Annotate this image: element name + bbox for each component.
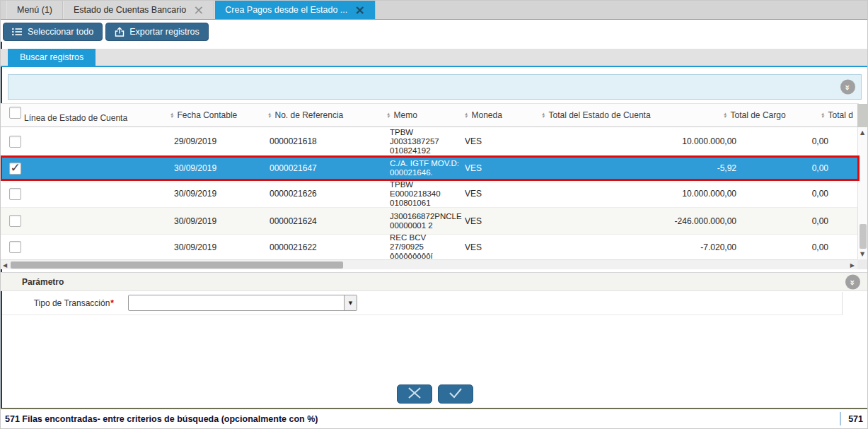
cell-memo: J300166872PNCLE 00000001 2 <box>390 208 463 234</box>
cell-fecha-contable: 29/09/2019 <box>174 127 241 155</box>
sort-icon[interactable]: ▴▾ <box>387 112 390 119</box>
export-records-label: Exportar registros <box>129 27 199 37</box>
cell-total-cargo: 0,00 <box>743 180 828 207</box>
cell-moneda: VES <box>465 127 504 155</box>
tab-crea-pagos[interactable]: Crea Pagos desde el Estado ... × <box>214 1 376 19</box>
tab-estado-cuentas[interactable]: Estado de Cuentas Bancario × <box>63 1 214 19</box>
combobox-dropdown-button[interactable]: ▼ <box>344 295 357 310</box>
required-mark: * <box>110 298 114 308</box>
tab-buscar-registros[interactable]: Buscar registros <box>8 49 96 66</box>
close-icon[interactable]: × <box>354 5 365 15</box>
export-icon <box>115 27 125 37</box>
sort-icon[interactable]: ▴▾ <box>821 112 824 119</box>
search-criteria-strip[interactable]: » <box>8 74 862 100</box>
window-tab-bar: Menú (1) Estado de Cuentas Bancario × Cr… <box>1 1 867 20</box>
scrollbar-header-filler <box>857 104 867 127</box>
tab-crea-pagos-label: Crea Pagos desde el Estado ... <box>225 5 347 15</box>
cell-referencia: 0000021626 <box>270 180 347 207</box>
double-chevron-icon: » <box>848 279 857 283</box>
table-row[interactable]: 30/09/2019 0000021624 J300166872PNCLE 00… <box>1 208 859 235</box>
scroll-left-icon[interactable]: ◀ <box>3 262 7 269</box>
cell-total-estado: 10.000.000,00 <box>545 180 736 207</box>
column-header-memo[interactable]: ▴▾ Memo <box>387 104 417 127</box>
cell-fecha-contable: 30/09/2019 <box>174 156 241 180</box>
cell-total-cargo: 0,00 <box>743 156 828 180</box>
confirm-button[interactable] <box>438 384 473 404</box>
sort-icon[interactable]: ▴▾ <box>724 112 727 119</box>
column-header-total-estado[interactable]: ▴▾ Total del Estado de Cuenta <box>542 104 651 127</box>
cell-moneda: VES <box>465 235 504 259</box>
cell-total-cargo: 0,00 <box>743 127 828 155</box>
column-header-total-d[interactable]: ▴▾ Total d <box>821 104 853 127</box>
column-header-referencia[interactable]: ▴▾ No. de Referencia <box>268 104 343 127</box>
column-header-total-cargo[interactable]: ▴▾ Total de Cargo <box>724 104 786 127</box>
status-row-count: 571 <box>848 409 863 428</box>
cell-memo: TPBW E0000218340 010801061 <box>390 180 463 207</box>
tab-menu-label: Menú (1) <box>17 5 52 15</box>
cancel-button[interactable] <box>397 384 432 404</box>
panel-tab-bar: Buscar registros <box>1 49 867 67</box>
cell-memo: C./A. IGTF MOV.D: 000021646. <box>390 156 463 180</box>
cell-fecha-contable: 30/09/2019 <box>174 180 241 207</box>
horizontal-scrollbar-thumb[interactable] <box>11 261 343 269</box>
collapse-search-button[interactable]: » <box>840 80 855 95</box>
table-row[interactable]: 30/09/2019 0000021622 REC BCV 27/90925 ô… <box>1 235 859 260</box>
cell-fecha-contable: 30/09/2019 <box>174 235 241 259</box>
select-all-label: Seleccionar todo <box>28 27 93 37</box>
parametro-section-header: Parámetro » <box>1 272 867 291</box>
scrollbar-corner <box>857 259 867 269</box>
table-row-selected[interactable]: 30/09/2019 0000021647 C./A. IGTF MOV.D: … <box>1 156 859 180</box>
table-row[interactable]: 29/09/2019 0000021618 TPBW J0031387257 0… <box>1 127 859 156</box>
row-checkbox[interactable] <box>9 241 21 253</box>
cell-moneda: VES <box>465 180 504 207</box>
column-header-fecha[interactable]: ▴▾ Fecha Contable <box>170 104 237 127</box>
scroll-up-icon[interactable]: ▲ <box>860 129 864 136</box>
tab-menu[interactable]: Menú (1) <box>6 1 63 19</box>
row-checkbox[interactable] <box>9 188 21 200</box>
sort-icon[interactable]: ▴▾ <box>170 112 173 119</box>
chevron-down-icon: ▼ <box>349 300 352 306</box>
select-all-button[interactable]: Seleccionar todo <box>3 23 103 41</box>
status-bar: 571 Filas encontradas- entre criterios d… <box>1 408 867 428</box>
sort-icon[interactable]: ▴▾ <box>542 112 545 119</box>
cell-referencia: 0000021624 <box>270 208 347 234</box>
double-chevron-icon: » <box>843 85 852 89</box>
list-icon <box>12 28 23 36</box>
cell-total-estado: -5,92 <box>545 156 736 180</box>
close-icon[interactable]: × <box>193 5 204 15</box>
cell-memo: REC BCV 27/90925 ôôôôôôôôôí <box>390 235 463 259</box>
cell-referencia: 0000021647 <box>270 156 347 180</box>
cell-fecha-contable: 30/09/2019 <box>174 208 241 234</box>
cell-referencia: 0000021622 <box>270 235 347 259</box>
collapse-parametro-button[interactable]: » <box>845 274 860 289</box>
column-header-linea[interactable]: Línea de Estado de Cuenta <box>24 113 127 123</box>
row-checkbox[interactable] <box>9 136 21 148</box>
sort-icon[interactable]: ▴▾ <box>465 112 468 119</box>
tipo-transaccion-label: Tipo de Transacción* <box>2 292 114 315</box>
cell-total-cargo: 0,00 <box>743 235 828 259</box>
cell-total-cargo: 0,00 <box>743 208 828 234</box>
status-message: 571 Filas encontradas- entre criterios d… <box>5 409 318 428</box>
select-all-checkbox[interactable] <box>9 107 21 119</box>
tipo-transaccion-input[interactable] <box>129 295 344 310</box>
row-checkbox-checked[interactable] <box>9 163 21 175</box>
tipo-transaccion-combobox[interactable]: ▼ <box>128 295 357 311</box>
application-window: Menú (1) Estado de Cuentas Bancario × Cr… <box>0 0 868 429</box>
scroll-right-icon[interactable]: ▶ <box>850 262 855 269</box>
confirm-check-icon <box>446 387 465 401</box>
row-checkbox[interactable] <box>9 215 21 227</box>
horizontal-scrollbar[interactable]: ◀ ▶ <box>1 259 859 269</box>
export-records-button[interactable]: Exportar registros <box>105 23 209 41</box>
vertical-scrollbar-thumb[interactable] <box>860 224 867 249</box>
cell-total-estado: -246.000.000,00 <box>545 208 736 234</box>
cell-moneda: VES <box>465 156 504 180</box>
vertical-scrollbar[interactable]: ▲ ▼ <box>857 127 867 259</box>
sort-icon[interactable]: ▴▾ <box>268 112 271 119</box>
scroll-down-icon[interactable]: ▼ <box>860 251 864 257</box>
table-row[interactable]: 30/09/2019 0000021626 TPBW E0000218340 0… <box>1 180 859 208</box>
column-header-moneda[interactable]: ▴▾ Moneda <box>465 104 502 127</box>
cell-moneda: VES <box>465 208 504 234</box>
cell-total-estado: 10.000.000,00 <box>545 127 736 155</box>
table-header-row: Línea de Estado de Cuenta ▴▾ Fecha Conta… <box>1 103 859 127</box>
tab-estado-label: Estado de Cuentas Bancario <box>74 5 186 15</box>
